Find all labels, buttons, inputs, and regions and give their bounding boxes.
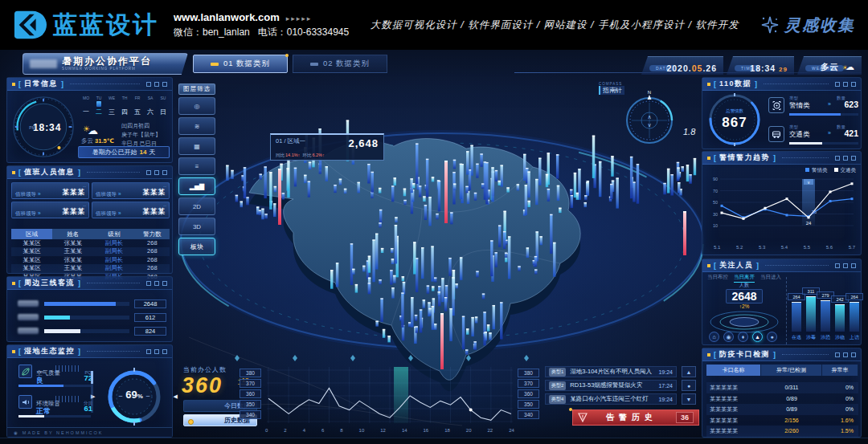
checkpoint-header-cell[interactable]: 异常/已检测 — [761, 365, 822, 376]
scroll-down-icon[interactable]: ▼ — [682, 393, 696, 405]
window-control-icon[interactable] — [146, 349, 151, 354]
window-control-icon[interactable] — [162, 82, 167, 87]
window-control-icon[interactable] — [835, 82, 840, 87]
bracket-icon: ] — [78, 279, 80, 287]
focus-marker-icons: ⌂◉♦▲● — [709, 332, 777, 342]
panel-eco-monitor: [湿地生态监控] 空气质量 良 PQI 72 环境噪音 正常 分贝 61 — [6, 344, 173, 438]
y-axis-label: 340 — [240, 410, 261, 419]
platform-title-block: 暑期办公协作平台 SUMMER WORKING PLATFORM — [23, 53, 188, 75]
window-control-icon[interactable] — [146, 281, 151, 286]
scroll-dot-icon[interactable]: ● — [682, 380, 696, 391]
window-control-icon[interactable] — [851, 263, 856, 268]
header-line — [70, 84, 140, 84]
checkpoint-header-cell[interactable]: 卡口名称 — [706, 365, 761, 376]
window-control-icon[interactable] — [851, 82, 856, 87]
window-control-icon[interactable] — [835, 156, 840, 161]
window-control-icon[interactable] — [154, 281, 159, 286]
tab-data-category-1[interactable]: 01 数据类别 — [193, 55, 288, 73]
table-header-cell[interactable]: 姓名 — [52, 229, 93, 239]
header-tick-icon — [707, 157, 710, 160]
table-header-cell[interactable]: 区域 — [11, 229, 52, 239]
website-link[interactable]: www.lanlanwork.com — [174, 11, 280, 23]
weather-now: 多云 31.5℃ — [81, 137, 114, 145]
window-control-icon[interactable] — [146, 82, 151, 87]
map-tooltip: 01 / 区域一 2,648 同比14.1%↑ 环比6.2%↑ — [270, 133, 384, 161]
alert-history-button[interactable]: 告警历史 36 — [572, 409, 699, 426]
compass[interactable]: N ∧ ∨ — [620, 90, 678, 148]
window-control-icon[interactable] — [162, 170, 167, 175]
window-control-icon[interactable] — [146, 170, 151, 175]
panel-title: 防疫卡口检测 — [719, 349, 770, 360]
cloud-icon: ☁ — [845, 62, 855, 71]
header-line — [765, 265, 829, 266]
bracket-icon: ] — [755, 80, 757, 88]
duty-card[interactable]: 值班领导»··某某某 — [92, 182, 170, 199]
duty-card[interactable]: 值班领导»··某某某 — [11, 182, 89, 199]
layer-button-3d[interactable]: 3D — [178, 218, 215, 235]
window-control-icon[interactable] — [843, 82, 848, 87]
window-control-icon[interactable] — [154, 82, 159, 87]
bracket-icon: ] — [78, 169, 80, 177]
inspiration-collect[interactable]: 灵感收集 — [760, 14, 855, 36]
marker-icon-4[interactable]: ▲ — [752, 332, 763, 342]
table-header-cell[interactable]: 级别 — [93, 229, 134, 239]
gauge-right-arrow[interactable]: ◀ — [174, 393, 178, 400]
window-control-icon[interactable] — [843, 263, 848, 268]
header-line — [87, 172, 140, 173]
duty-card[interactable]: 值班领导»··某某某 — [92, 202, 170, 218]
alert-row[interactable]: 类型2RD13-53烟感报警疑似火灾17:24 — [545, 380, 677, 391]
window-control-icon[interactable] — [154, 170, 159, 175]
window-control-icon[interactable] — [851, 352, 856, 357]
layer-button-grid[interactable]: ▦ — [178, 137, 215, 155]
window-control-icon[interactable] — [851, 156, 856, 161]
duty-card[interactable]: 值班领导»··某某某 — [11, 202, 89, 218]
window-control-icon[interactable] — [843, 352, 848, 357]
110-item-2: 类型交通类»数量421 — [768, 124, 858, 149]
air-status: 良 — [36, 377, 43, 385]
flow-label-blur — [18, 328, 39, 334]
noise-icon — [18, 395, 32, 409]
flow-row: 612 — [7, 313, 172, 322]
marker-icon-2[interactable]: ◉ — [723, 332, 734, 342]
header-tick-icon — [707, 83, 710, 86]
layer-button-stats[interactable]: ▂▅▇ — [178, 177, 215, 195]
header-line — [782, 157, 829, 158]
focus-bar: 264在逃 — [792, 302, 801, 332]
marker-icon-3[interactable]: ♦ — [738, 332, 748, 342]
sparkle-icon — [760, 15, 780, 35]
bracket-icon: [ — [18, 279, 21, 287]
panel-title: 110数据 — [719, 79, 751, 89]
top-banner: 蓝蓝设计 www.lanlanwork.com▸▸▸▸▸ 微信：ben_lanl… — [0, 0, 868, 50]
layer-button-camera[interactable]: ◎ — [178, 97, 215, 115]
gauge-slider-left[interactable] — [91, 371, 93, 413]
svg-text:∧: ∧ — [647, 114, 651, 120]
noise-meter — [55, 396, 80, 402]
week-strip: MOTUWETHFRSASU一二三四五六日 — [80, 96, 170, 116]
y-axis-label: 360 — [518, 389, 539, 398]
bracket-icon: [ — [714, 154, 716, 162]
header-line — [764, 84, 829, 84]
bracket-icon: ] — [773, 351, 776, 359]
scroll-up-icon[interactable]: ▲ — [682, 366, 696, 377]
window-control-icon[interactable] — [835, 263, 840, 268]
window-control-icon[interactable] — [843, 156, 848, 161]
table-header-cell[interactable]: 警力数 — [135, 229, 170, 239]
window-control-icon[interactable] — [162, 349, 167, 354]
window-control-icon[interactable] — [154, 349, 159, 354]
checkpoint-header-cell[interactable]: 异常率 — [822, 365, 858, 376]
alert-row[interactable]: 类型1湿地3-104片区有不明人员闯入19:24 — [545, 366, 677, 377]
marker-icon-1[interactable]: ⌂ — [709, 332, 719, 342]
noise-status: 正常 — [36, 407, 51, 415]
window-control-icon[interactable] — [835, 352, 840, 357]
layer-button-sector[interactable]: 板块 — [178, 238, 215, 255]
layer-button-radar[interactable]: ≋ — [178, 117, 215, 135]
panel-checkpoint: [防疫卡口检测] 卡口名称异常/已检测异常率某某某某某0/3110%某某某某某0… — [702, 348, 862, 438]
focus-bar: 279涉恐 — [821, 300, 830, 332]
layer-button-2d[interactable]: 2D — [178, 198, 215, 215]
layer-button-list[interactable]: ≡ — [178, 157, 215, 175]
alert-row[interactable]: 类型4某路口有小汽车违闯三个红灯19:24 — [545, 393, 677, 405]
panel-duty-personnel: [值班人员信息] 值班领导»··某某某值班领导»··某某某值班领导»··某某某值… — [6, 165, 173, 274]
tab-data-category-2[interactable]: 02 数据类别 — [293, 55, 387, 73]
marker-icon-5[interactable]: ● — [767, 332, 777, 342]
window-control-icon[interactable] — [162, 281, 167, 286]
